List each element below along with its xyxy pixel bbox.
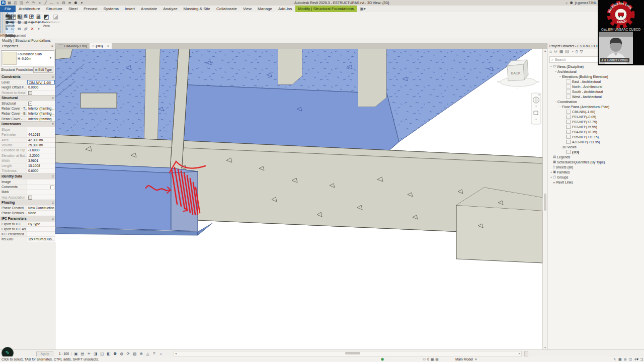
section-pin-icon[interactable]: ≡ [52,216,54,221]
checkbox-checked[interactable]: ✓ [28,102,32,106]
tab-modify-structural-foundations[interactable]: Modify | Structural Foundations [295,6,357,12]
dropdown-icon[interactable]: ▾ [79,0,84,6]
glasses-icon[interactable]: ⚇ [554,49,557,55]
tree-item-groups[interactable]: +▢Groups [547,174,644,179]
navigation-bar[interactable] [531,93,541,124]
tree-item-cim-niv-1-60-[interactable]: CIM-NIV(-1.60) [547,109,644,114]
tree-expander[interactable]: − [554,100,557,103]
search-icon[interactable]: ⌕ [566,0,568,6]
grid-icon[interactable]: ▦ [559,49,564,55]
tree-item-p03-nfp-5-55-[interactable]: P03-NFP(+5.55) [547,124,644,129]
scale-button[interactable]: 1 : 100 [56,352,72,355]
property-value[interactable]: -1.6000 [27,148,55,152]
tree-item-elevations-building-elevation-[interactable]: −Elevations (Building Elevation) [547,74,644,79]
tree-expander[interactable]: − [558,75,562,78]
tree-expander[interactable]: − [554,70,557,73]
tree-item-schedules-quantities-by-type-[interactable]: ▦Schedules/Quantities (By Type) [547,159,644,164]
shadows-icon[interactable]: ◨ [93,351,98,356]
main-model-label[interactable]: Main Model [455,356,473,362]
property-value[interactable]: By Type [27,222,55,226]
home-icon[interactable]: ⌂ [549,49,552,55]
property-value[interactable] [27,90,55,95]
tab-add-ins[interactable]: Add-Ins [275,6,295,12]
area-reinforcement-icon[interactable]: ⊞Area [28,13,35,33]
property-value[interactable] [27,127,55,132]
tree-item-p05-nfp-11-15-[interactable]: P05-NFP(+11.15) [547,134,644,139]
tab-systems[interactable]: Systems [100,6,122,12]
username[interactable]: jr.gomez73NL [575,0,597,6]
fabric-sheet-icon[interactable]: ◪Fabric [51,13,60,33]
tab-massing-site[interactable]: Massing & Site [181,6,213,12]
constraints-icon[interactable]: ⊕ [138,351,144,356]
tree-expander[interactable]: − [558,145,562,148]
select-face-icon[interactable]: ◫ [629,356,632,362]
tab-steel[interactable]: Steel [65,6,80,12]
worksets-icon[interactable]: ⬢ [381,356,384,362]
show-crop-icon[interactable]: ◧ [106,351,111,356]
section-pin-icon[interactable]: ≡ [52,74,54,79]
open-icon[interactable]: ◰ [13,0,18,6]
print-icon[interactable]: ≡ [37,0,42,6]
type-selector[interactable]: Foundation Slab H=0.60m ▾ [1,50,54,66]
property-value[interactable]: CIM-NIV(-1.60) [27,80,55,84]
property-value[interactable] [27,195,55,200]
category-filter-dropdown[interactable]: Structural Foundation ▾ [1,67,33,72]
select-link-icon[interactable]: ↖ [613,356,616,362]
close-icon[interactable]: × [51,43,53,49]
section-icon[interactable]: ⊟ [61,0,66,6]
scrollbar-thumb[interactable] [345,352,360,354]
tree-item-south-architectural[interactable]: South - Architectural [547,89,644,94]
section-header-ifc-parameters[interactable]: IFC Parameters≡ [0,216,55,221]
ellipsis-button[interactable] [50,186,54,190]
section-header-identity-data[interactable]: Identity Data≡ [0,173,55,179]
tree-expander[interactable]: − [549,65,553,68]
select-underlay-icon[interactable]: ▦ [618,356,622,362]
tree-item--3d-[interactable]: {3D} [547,149,644,154]
rebar-icon[interactable]: ▦Rebar [6,13,14,33]
user-icon[interactable]: ⚉ [570,0,573,6]
properties-palette-header[interactable]: Properties × [0,43,55,49]
section-header-constraints[interactable]: Constraints≡ [0,74,55,79]
measure-icon[interactable]: ╱ [43,0,48,6]
list-icon[interactable]: ▤ [566,49,570,55]
reveal-icon[interactable]: ⌂ [158,351,164,356]
save-icon[interactable]: ◳ [19,0,24,6]
sun-path-icon[interactable]: ☀ [86,351,92,356]
property-value[interactable]: New Construction [27,206,55,210]
temporary-view-icon[interactable]: ⟳ [125,351,131,356]
property-value[interactable]: ✓ [27,101,55,106]
crop-view-icon[interactable]: ◱ [99,351,105,356]
section-pin-icon[interactable]: ≡ [52,122,54,127]
detail-level-icon[interactable]: ▣ [73,351,78,356]
select-pinned-icon[interactable]: ⊕ [624,356,627,362]
property-value[interactable]: 3.9601 [27,158,55,163]
tab-architecture[interactable]: Architecture [16,6,43,12]
displace-icon[interactable]: ⌗ [151,351,157,356]
editable-only-icon[interactable]: ⚇ [423,356,426,362]
reveal-hidden-icon[interactable]: ◍ [119,351,124,356]
tree-item-east-architectural[interactable]: East - Architectural [547,79,644,84]
fabric-area-icon[interactable]: ◩Fabric Area [42,13,51,33]
property-value[interactable] [27,179,55,184]
tab-analyze[interactable]: Analyze [160,6,180,12]
tree-item-north-architectural[interactable]: North - Architectural [547,84,644,89]
property-value[interactable]: -2.2000 [27,153,55,158]
tree-item-sheets-all-[interactable]: ▯Sheets (all) [547,164,644,169]
property-value[interactable]: 15.1008 [27,163,55,168]
section-header-structural[interactable]: Structural≡ [0,95,55,101]
tree-item-legends[interactable]: ▤Legends [547,154,644,159]
tab-precast[interactable]: Precast [80,6,100,12]
design-options2-icon[interactable]: ▤ [435,356,438,362]
drawing-area[interactable]: BACK ··· [55,49,542,349]
visual-style-icon[interactable]: ▤ [79,351,85,356]
tree-item-coordination[interactable]: −Coordination [547,99,644,104]
tab-file[interactable]: File [0,6,16,12]
propagate-rebar-icon[interactable]: ▨Propagate [15,13,28,33]
view-tab-plan[interactable]: CIM-NIV(-1.60) [55,43,90,49]
tab-view[interactable]: View [240,6,255,12]
lower-slab[interactable] [456,188,542,263]
tree-item-west-architectural[interactable]: West - Architectural [547,94,644,99]
history-icon[interactable]: ◔ [571,49,574,55]
tree-item-families[interactable]: +▣Families [547,169,644,174]
thin-lines-icon[interactable]: ≋ [67,0,72,6]
